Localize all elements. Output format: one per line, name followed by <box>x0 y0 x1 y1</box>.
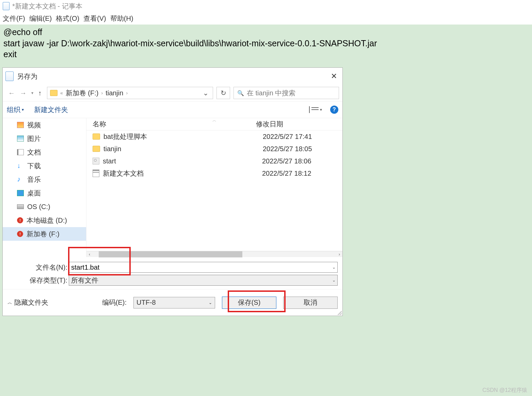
refresh-button[interactable]: ↻ <box>216 87 230 99</box>
desktop-icon <box>17 190 24 196</box>
sidebar: 视频 图片 文档 ↓下载 ♪音乐 桌面 OS (C:) !本地磁盘 (D:) !… <box>3 118 86 257</box>
menu-help[interactable]: 帮助(H) <box>110 14 133 23</box>
chevron-right-icon: › <box>126 90 128 96</box>
search-placeholder: 在 tianjin 中搜索 <box>247 89 295 98</box>
sort-indicator-icon: ︿ <box>212 117 216 123</box>
chevron-right-icon: › <box>101 90 103 96</box>
file-row[interactable]: bat批处理脚本2022/5/27 17:41 <box>86 130 342 143</box>
save-button[interactable]: 保存(S) <box>222 297 276 309</box>
document-icon <box>17 149 24 155</box>
bc-prefix: « <box>60 90 63 96</box>
nav-row: ← → ▾ ↑ « 新加卷 (F:) › tianjin › ⌄ ↻ 🔍 在 t… <box>3 85 342 101</box>
organize-button[interactable]: 组织 ▾ <box>7 105 24 114</box>
resize-grip-icon[interactable] <box>336 310 342 315</box>
nav-arrows: ← → ▾ ↑ <box>6 89 44 97</box>
cancel-button[interactable]: 取消 <box>283 297 338 309</box>
horizontal-scrollbar[interactable]: ‹ › <box>86 251 342 257</box>
sidebar-item-volf[interactable]: !新加卷 (F:) <box>3 227 86 241</box>
menu-file[interactable]: 文件(F) <box>3 14 25 23</box>
scroll-right-icon[interactable]: › <box>336 252 342 257</box>
file-list-area: ︿ 名称 修改日期 bat批处理脚本2022/5/27 17:41 tianji… <box>86 118 342 257</box>
search-input[interactable]: 🔍 在 tianjin 中搜索 <box>233 87 339 99</box>
chevron-down-icon: ⌄ <box>209 300 212 305</box>
filename-label: 文件名(N): <box>7 263 67 272</box>
col-name-header[interactable]: 名称 <box>93 120 256 129</box>
main-area: 视频 图片 文档 ↓下载 ♪音乐 桌面 OS (C:) !本地磁盘 (D:) !… <box>3 118 342 257</box>
dialog-file-icon <box>5 72 14 81</box>
warning-icon: ! <box>17 231 23 237</box>
video-icon <box>17 122 24 128</box>
bc-segment[interactable]: tianjin <box>106 89 123 97</box>
file-rows: bat批处理脚本2022/5/27 17:41 tianjin2022/5/27… <box>86 130 342 251</box>
file-row[interactable]: start2022/5/27 18:06 <box>86 155 342 167</box>
dialog-titlebar: 另存为 ✕ <box>3 68 342 85</box>
notepad-icon <box>3 2 10 10</box>
chevron-down-icon: ▾ <box>22 107 24 112</box>
breadcrumb-dropdown-icon[interactable]: ⌄ <box>201 89 210 97</box>
editor-line: start javaw -jar D:\work-zakj\hwariot-mi… <box>3 38 529 49</box>
bc-segment[interactable]: 新加卷 (F:) <box>66 89 99 98</box>
back-icon[interactable]: ← <box>8 89 15 97</box>
sidebar-item-download[interactable]: ↓下载 <box>3 159 86 173</box>
folder-icon <box>50 90 58 96</box>
menu-bar: 文件(F) 编辑(E) 格式(O) 查看(V) 帮助(H) <box>0 12 532 25</box>
filetype-combo[interactable]: 所有文件 <box>69 275 338 286</box>
toolbar-row: 组织 ▾ 新建文件夹 ▾ ? <box>3 101 342 118</box>
encoding-combo[interactable]: UTF-8 ⌄ <box>133 297 215 308</box>
menu-edit[interactable]: 编辑(E) <box>29 14 52 23</box>
dialog-title-text: 另存为 <box>17 72 37 81</box>
menu-format[interactable]: 格式(O) <box>56 14 79 23</box>
breadcrumb[interactable]: « 新加卷 (F:) › tianjin › ⌄ <box>47 87 213 99</box>
download-icon: ↓ <box>17 163 24 169</box>
scroll-thumb[interactable] <box>99 251 242 257</box>
editor-body[interactable]: @echo off start javaw -jar D:\work-zakj\… <box>0 25 532 65</box>
warning-icon: ! <box>17 217 23 223</box>
drive-icon <box>17 204 24 209</box>
up-icon[interactable]: ↑ <box>38 89 42 97</box>
file-row[interactable]: 新建文本文档2022/5/27 18:12 <box>86 167 342 179</box>
txt-file-icon <box>93 170 99 177</box>
menu-view[interactable]: 查看(V) <box>83 14 106 23</box>
dropdown-history-icon[interactable]: ▾ <box>31 91 33 95</box>
watermark-text: CSDN @12程序猿 <box>482 387 527 394</box>
sidebar-item-music[interactable]: ♪音乐 <box>3 173 86 186</box>
notepad-title-text: *新建文本文档 - 记事本 <box>12 2 82 11</box>
search-icon: 🔍 <box>237 90 244 96</box>
col-date-header[interactable]: 修改日期 <box>256 120 283 129</box>
close-icon[interactable]: ✕ <box>328 70 340 82</box>
new-folder-button[interactable]: 新建文件夹 <box>34 105 68 114</box>
music-icon: ♪ <box>17 176 24 183</box>
bat-file-icon <box>93 158 99 164</box>
file-row[interactable]: tianjin2022/5/27 18:05 <box>86 143 342 155</box>
chevron-up-icon: ︿ <box>7 300 12 306</box>
forward-icon[interactable]: → <box>20 89 27 97</box>
dialog-bottom-bar: ︿ 隐藏文件夹 编码(E): UTF-8 ⌄ 保存(S) 取消 <box>3 289 342 316</box>
folder-icon <box>93 146 100 152</box>
footer-inputs: 文件名(N): ⌄ 保存类型(T): 所有文件 ⌄ <box>3 257 342 289</box>
folder-icon <box>93 133 100 140</box>
sidebar-item-doc[interactable]: 文档 <box>3 145 86 159</box>
view-switch-button[interactable]: ▾ <box>309 106 322 113</box>
sidebar-item-locald[interactable]: !本地磁盘 (D:) <box>3 213 86 227</box>
image-icon <box>17 136 24 142</box>
help-icon[interactable]: ? <box>330 106 338 114</box>
filetype-label: 保存类型(T): <box>7 276 67 285</box>
sidebar-item-osc[interactable]: OS (C:) <box>3 200 86 213</box>
save-as-dialog: 另存为 ✕ ← → ▾ ↑ « 新加卷 (F:) › tianjin › ⌄ ↻… <box>2 67 343 316</box>
sidebar-item-image[interactable]: 图片 <box>3 132 86 145</box>
editor-line: exit <box>3 49 529 60</box>
encoding-label: 编码(E): <box>102 298 127 307</box>
editor-line: @echo off <box>3 27 529 38</box>
sidebar-item-video[interactable]: 视频 <box>3 118 86 132</box>
hide-folders-button[interactable]: ︿ 隐藏文件夹 <box>7 298 48 307</box>
scroll-left-icon[interactable]: ‹ <box>86 252 93 257</box>
filename-input[interactable] <box>69 262 338 273</box>
notepad-titlebar: *新建文本文档 - 记事本 <box>0 0 532 12</box>
sidebar-item-desktop[interactable]: 桌面 <box>3 186 86 200</box>
